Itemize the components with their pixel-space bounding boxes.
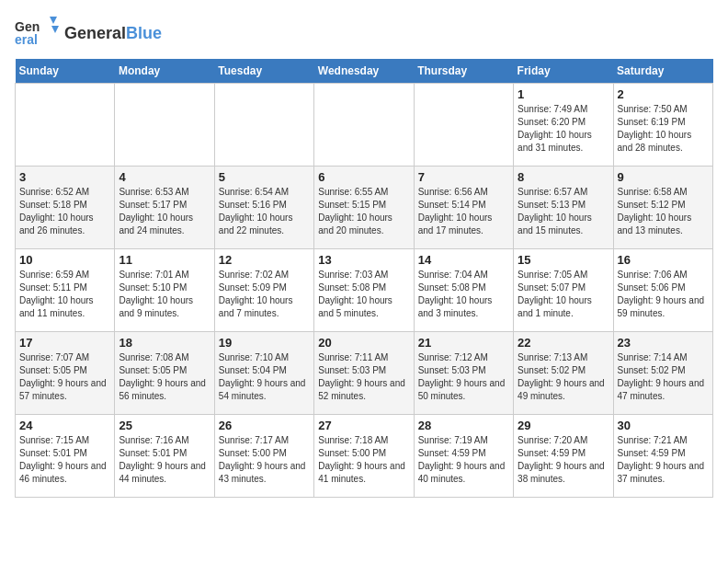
day-number: 25 (119, 419, 210, 432)
logo-text-group: GeneralBlue (64, 24, 162, 43)
day-header-monday: Monday (115, 59, 214, 84)
day-info: Sunrise: 7:07 AM Sunset: 5:05 PM Dayligh… (19, 351, 110, 403)
day-info: Sunrise: 7:05 AM Sunset: 5:07 PM Dayligh… (518, 269, 609, 320)
day-cell: 11Sunrise: 7:01 AM Sunset: 5:10 PM Dayli… (115, 249, 214, 332)
day-cell: 20Sunrise: 7:11 AM Sunset: 5:03 PM Dayli… (314, 332, 414, 415)
logo-svg: Gen eral (15, 15, 61, 52)
day-cell: 17Sunrise: 7:07 AM Sunset: 5:05 PM Dayli… (16, 332, 115, 415)
day-cell (314, 84, 414, 167)
day-info: Sunrise: 6:57 AM Sunset: 5:13 PM Dayligh… (518, 186, 609, 237)
day-number: 28 (418, 419, 509, 432)
day-number: 27 (318, 419, 409, 432)
day-number: 22 (518, 336, 609, 350)
day-cell: 4Sunrise: 6:53 AM Sunset: 5:17 PM Daylig… (115, 167, 214, 249)
day-info: Sunrise: 7:03 AM Sunset: 5:08 PM Dayligh… (318, 269, 409, 320)
day-info: Sunrise: 6:56 AM Sunset: 5:14 PM Dayligh… (418, 186, 509, 237)
day-info: Sunrise: 7:10 AM Sunset: 5:04 PM Dayligh… (219, 351, 310, 403)
day-number: 12 (219, 253, 310, 267)
day-info: Sunrise: 7:14 AM Sunset: 5:02 PM Dayligh… (618, 351, 709, 403)
day-cell: 12Sunrise: 7:02 AM Sunset: 5:09 PM Dayli… (214, 249, 313, 332)
day-cell: 5Sunrise: 6:54 AM Sunset: 5:16 PM Daylig… (214, 167, 313, 249)
day-info: Sunrise: 7:04 AM Sunset: 5:08 PM Dayligh… (418, 269, 509, 320)
day-cell: 19Sunrise: 7:10 AM Sunset: 5:04 PM Dayli… (214, 332, 313, 415)
day-number: 30 (618, 419, 709, 432)
day-info: Sunrise: 7:20 AM Sunset: 4:59 PM Dayligh… (518, 434, 609, 486)
day-number: 14 (418, 253, 509, 267)
svg-text:eral: eral (15, 32, 38, 47)
day-cell: 25Sunrise: 7:16 AM Sunset: 5:01 PM Dayli… (115, 415, 214, 498)
days-header-row: SundayMondayTuesdayWednesdayThursdayFrid… (16, 59, 713, 84)
day-header-friday: Friday (514, 59, 613, 84)
day-info: Sunrise: 6:58 AM Sunset: 5:12 PM Dayligh… (618, 186, 709, 237)
day-info: Sunrise: 7:13 AM Sunset: 5:02 PM Dayligh… (518, 351, 609, 403)
week-row-1: 1Sunrise: 7:49 AM Sunset: 6:20 PM Daylig… (16, 84, 713, 167)
week-row-2: 3Sunrise: 6:52 AM Sunset: 5:18 PM Daylig… (16, 167, 713, 249)
calendar-table: SundayMondayTuesdayWednesdayThursdayFrid… (15, 59, 713, 498)
day-info: Sunrise: 7:02 AM Sunset: 5:09 PM Dayligh… (219, 269, 310, 320)
week-row-3: 10Sunrise: 6:59 AM Sunset: 5:11 PM Dayli… (16, 249, 713, 332)
header: Gen eral GeneralBlue (15, 15, 713, 52)
logo: Gen eral GeneralBlue (15, 15, 162, 52)
day-cell: 29Sunrise: 7:20 AM Sunset: 4:59 PM Dayli… (514, 415, 613, 498)
day-cell (115, 84, 214, 167)
day-cell: 22Sunrise: 7:13 AM Sunset: 5:02 PM Dayli… (514, 332, 613, 415)
day-header-thursday: Thursday (414, 59, 513, 84)
day-number: 13 (318, 253, 409, 267)
day-info: Sunrise: 6:54 AM Sunset: 5:16 PM Dayligh… (219, 186, 310, 237)
day-number: 23 (618, 336, 709, 350)
day-cell: 30Sunrise: 7:21 AM Sunset: 4:59 PM Dayli… (613, 415, 712, 498)
day-info: Sunrise: 7:12 AM Sunset: 5:03 PM Dayligh… (418, 351, 509, 403)
day-cell (414, 84, 513, 167)
svg-marker-3 (51, 26, 59, 33)
day-header-saturday: Saturday (613, 59, 712, 84)
day-number: 26 (219, 419, 310, 432)
day-number: 18 (119, 336, 210, 350)
day-info: Sunrise: 7:21 AM Sunset: 4:59 PM Dayligh… (618, 434, 709, 486)
day-cell: 14Sunrise: 7:04 AM Sunset: 5:08 PM Dayli… (414, 249, 513, 332)
day-number: 2 (618, 87, 709, 101)
week-row-5: 24Sunrise: 7:15 AM Sunset: 5:01 PM Dayli… (16, 415, 713, 498)
week-row-4: 17Sunrise: 7:07 AM Sunset: 5:05 PM Dayli… (16, 332, 713, 415)
day-number: 16 (618, 253, 709, 267)
day-cell: 23Sunrise: 7:14 AM Sunset: 5:02 PM Dayli… (613, 332, 712, 415)
day-number: 4 (119, 170, 210, 184)
day-cell: 2Sunrise: 7:50 AM Sunset: 6:19 PM Daylig… (613, 84, 712, 167)
day-number: 5 (219, 170, 310, 184)
day-number: 7 (418, 170, 509, 184)
day-info: Sunrise: 6:55 AM Sunset: 5:15 PM Dayligh… (318, 186, 409, 237)
day-cell: 28Sunrise: 7:19 AM Sunset: 4:59 PM Dayli… (414, 415, 513, 498)
day-cell: 26Sunrise: 7:17 AM Sunset: 5:00 PM Dayli… (214, 415, 313, 498)
day-number: 29 (518, 419, 609, 432)
day-info: Sunrise: 7:15 AM Sunset: 5:01 PM Dayligh… (19, 434, 110, 486)
day-info: Sunrise: 6:59 AM Sunset: 5:11 PM Dayligh… (19, 269, 110, 320)
svg-marker-2 (50, 17, 57, 24)
day-cell: 15Sunrise: 7:05 AM Sunset: 5:07 PM Dayli… (514, 249, 613, 332)
day-info: Sunrise: 7:06 AM Sunset: 5:06 PM Dayligh… (618, 269, 709, 320)
day-cell: 9Sunrise: 6:58 AM Sunset: 5:12 PM Daylig… (613, 167, 712, 249)
day-info: Sunrise: 7:19 AM Sunset: 4:59 PM Dayligh… (418, 434, 509, 486)
day-number: 20 (318, 336, 409, 350)
day-info: Sunrise: 7:50 AM Sunset: 6:19 PM Dayligh… (618, 103, 709, 155)
day-cell: 27Sunrise: 7:18 AM Sunset: 5:00 PM Dayli… (314, 415, 414, 498)
day-number: 24 (19, 419, 110, 432)
day-header-tuesday: Tuesday (214, 59, 313, 84)
day-cell (214, 84, 313, 167)
day-info: Sunrise: 7:11 AM Sunset: 5:03 PM Dayligh… (318, 351, 409, 403)
logo-general-text: General (64, 24, 126, 42)
day-number: 17 (19, 336, 110, 350)
day-info: Sunrise: 7:08 AM Sunset: 5:05 PM Dayligh… (119, 351, 210, 403)
day-number: 9 (618, 170, 709, 184)
day-cell: 7Sunrise: 6:56 AM Sunset: 5:14 PM Daylig… (414, 167, 513, 249)
day-number: 10 (19, 253, 110, 267)
day-cell: 13Sunrise: 7:03 AM Sunset: 5:08 PM Dayli… (314, 249, 414, 332)
day-cell: 3Sunrise: 6:52 AM Sunset: 5:18 PM Daylig… (16, 167, 115, 249)
day-info: Sunrise: 7:01 AM Sunset: 5:10 PM Dayligh… (119, 269, 210, 320)
day-number: 6 (318, 170, 409, 184)
day-number: 15 (518, 253, 609, 267)
day-cell: 8Sunrise: 6:57 AM Sunset: 5:13 PM Daylig… (514, 167, 613, 249)
day-number: 3 (19, 170, 110, 184)
logo-blue-text: Blue (126, 24, 162, 42)
day-info: Sunrise: 6:52 AM Sunset: 5:18 PM Dayligh… (19, 186, 110, 237)
day-cell: 21Sunrise: 7:12 AM Sunset: 5:03 PM Dayli… (414, 332, 513, 415)
day-info: Sunrise: 7:49 AM Sunset: 6:20 PM Dayligh… (518, 103, 609, 155)
